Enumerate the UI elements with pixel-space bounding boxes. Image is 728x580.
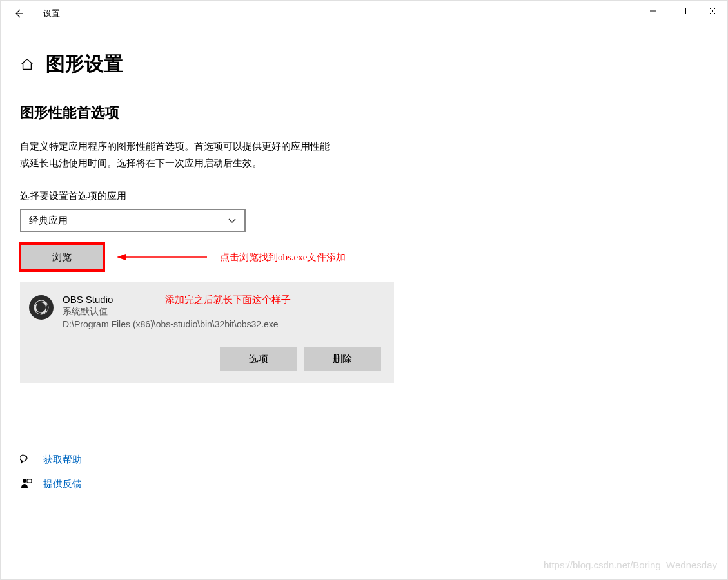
svg-point-10 [23, 479, 26, 483]
description-line2: 或延长电池使用时间。选择将在下一次应用启动后生效。 [20, 157, 262, 168]
arrow-left-red-icon [117, 251, 207, 264]
help-icon: ? [20, 453, 33, 466]
browse-button-label: 浏览 [52, 251, 72, 264]
chevron-down-icon [228, 216, 237, 225]
window-title: 设置 [43, 8, 60, 19]
close-button[interactable] [698, 1, 727, 21]
footer-links: ? 获取帮助 提供反馈 [20, 453, 82, 502]
app-path: D:\Program Files (x86)\obs-studio\bin\32… [63, 319, 381, 329]
minimize-icon [649, 7, 657, 15]
home-icon[interactable] [20, 57, 34, 72]
content-area: 图形设置 图形性能首选项 自定义特定应用程序的图形性能首选项。首选项可以提供更好… [1, 26, 727, 383]
window-controls [638, 1, 727, 21]
obs-app-icon [29, 295, 54, 320]
app-default-text: 系统默认值 [63, 306, 381, 318]
page-title: 图形设置 [46, 51, 123, 77]
back-button[interactable] [6, 1, 32, 26]
obs-icon [32, 298, 50, 316]
app-card: OBS Studio 系统默认值 D:\Program Files (x86)\… [20, 282, 394, 383]
options-button[interactable]: 选项 [220, 347, 297, 371]
close-icon [709, 7, 716, 15]
page-header: 图形设置 [20, 51, 708, 77]
description: 自定义特定应用程序的图形性能首选项。首选项可以提供更好的应用性能 或延长电池使用… [20, 138, 400, 171]
feedback-link[interactable]: 提供反馈 [20, 478, 82, 490]
svg-rect-2 [680, 8, 686, 14]
card-buttons: 选项 删除 [29, 347, 381, 371]
svg-text:?: ? [24, 455, 27, 461]
minimize-button[interactable] [638, 1, 668, 21]
section-title: 图形性能首选项 [20, 103, 708, 122]
svg-rect-11 [27, 479, 32, 483]
maximize-button[interactable] [668, 1, 698, 21]
delete-button[interactable]: 删除 [304, 347, 381, 371]
app-type-dropdown[interactable]: 经典应用 [20, 209, 246, 232]
maximize-icon [679, 7, 687, 15]
feedback-icon [20, 478, 33, 490]
added-annotation: 添加完之后就长下面这个样子 [165, 294, 291, 306]
feedback-label: 提供反馈 [43, 478, 82, 490]
dropdown-value: 经典应用 [29, 215, 68, 227]
annotation-arrow [117, 251, 207, 264]
select-app-label: 选择要设置首选项的应用 [20, 190, 708, 202]
description-line1: 自定义特定应用程序的图形性能首选项。首选项可以提供更好的应用性能 [20, 140, 330, 151]
browse-row: 浏览 点击浏览找到obs.exe文件添加 [20, 244, 708, 271]
get-help-link[interactable]: ? 获取帮助 [20, 453, 82, 466]
svg-marker-6 [117, 254, 126, 260]
titlebar: 设置 [1, 1, 727, 26]
browse-annotation: 点击浏览找到obs.exe文件添加 [220, 251, 346, 264]
get-help-label: 获取帮助 [43, 454, 82, 466]
watermark: https://blog.csdn.net/Boring_Wednesday [544, 559, 717, 570]
browse-button[interactable]: 浏览 [20, 244, 104, 271]
arrow-left-icon [14, 8, 24, 19]
